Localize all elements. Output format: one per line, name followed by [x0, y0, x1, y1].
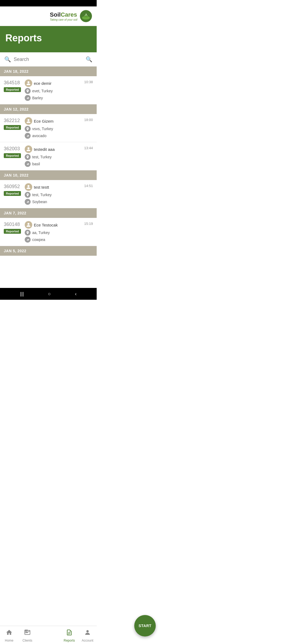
report-item[interactable]: 362003 Reported testedit aaa 13:44: [0, 142, 97, 170]
report-name-row: ece demir: [25, 79, 52, 87]
reported-badge: Reported: [4, 229, 21, 234]
location-icon: [25, 88, 31, 94]
location-row: evet, Turkey: [25, 88, 93, 94]
crop-icon: [25, 133, 31, 139]
svg-point-3: [27, 119, 29, 121]
report-top-row: Ece Testocak 15:19: [25, 221, 93, 229]
date-header: JAN 7, 2022: [0, 208, 97, 218]
report-id-col: 362003 Reported: [4, 145, 22, 158]
reported-badge: Reported: [4, 87, 21, 92]
svg-point-5: [27, 185, 29, 187]
report-details: Ece Gizem 18:00 vsvs, Turkey avocado: [25, 117, 93, 139]
user-avatar: [25, 183, 32, 191]
reported-badge: Reported: [4, 191, 21, 196]
report-item[interactable]: 360952 Reported test testt 14:51: [0, 180, 97, 208]
location-icon: [25, 154, 31, 160]
report-name-row: testedit aaa: [25, 145, 55, 153]
report-location: vsvs, Turkey: [32, 127, 53, 131]
status-bar: [0, 0, 97, 6]
reported-badge: Reported: [4, 153, 21, 158]
report-name-row: Ece Testocak: [25, 221, 58, 229]
user-avatar: [25, 79, 32, 87]
svg-point-4: [27, 147, 29, 149]
report-name: ece demir: [34, 81, 52, 86]
search-icon-right[interactable]: 🔍: [86, 56, 92, 63]
search-icon-left: 🔍: [4, 56, 11, 63]
logo-tagline: Taking care of your soil: [50, 18, 77, 21]
report-item[interactable]: 362212 Reported Ece Gizem 18:00: [0, 114, 97, 142]
user-avatar: [25, 221, 32, 229]
report-name: Ece Testocak: [34, 223, 58, 227]
report-item[interactable]: 360148 Reported Ece Testocak 15:19: [0, 218, 97, 246]
date-header: JAN 5, 2022: [0, 246, 97, 256]
report-top-row: Ece Gizem 18:00: [25, 117, 93, 125]
report-id-col: 360148 Reported: [4, 221, 22, 234]
report-id-col: 362212 Reported: [4, 117, 22, 130]
report-location: test, Turkey: [32, 193, 52, 197]
crop-row: basil: [25, 161, 93, 167]
report-crop: cowpea: [32, 237, 45, 242]
crop-row: cowpea: [25, 237, 93, 243]
report-location: aa, Turkey: [32, 230, 50, 235]
report-name: Ece Gizem: [34, 119, 53, 123]
location-row: aa, Turkey: [25, 230, 93, 236]
crop-icon: [25, 237, 31, 243]
report-crop: basil: [32, 162, 40, 166]
report-top-row: test testt 14:51: [25, 183, 93, 191]
home-button[interactable]: ○: [48, 291, 51, 297]
content-area: JAN 18, 2022 364518 Reported ece demir 1…: [0, 67, 97, 288]
crop-icon: [25, 95, 31, 101]
report-location: evet, Turkey: [32, 89, 53, 93]
report-time: 14:51: [84, 183, 93, 188]
system-nav: ||| ○ ‹: [0, 288, 97, 300]
search-bar: 🔍 🔍: [0, 52, 97, 67]
location-row: test, Turkey: [25, 192, 93, 198]
crop-row: Barley: [25, 95, 93, 101]
back-button[interactable]: ‹: [75, 291, 77, 297]
report-details: testedit aaa 13:44 test, Turkey basil: [25, 145, 93, 167]
date-header: JAN 12, 2022: [0, 104, 97, 114]
report-top-row: ece demir 10:38: [25, 79, 93, 87]
user-avatar: [25, 145, 32, 153]
report-name-row: Ece Gizem: [25, 117, 53, 125]
date-header: JAN 18, 2022: [0, 67, 97, 76]
report-location: test, Turkey: [32, 155, 52, 159]
date-header: JAN 10, 2022: [0, 170, 97, 180]
crop-icon: [25, 199, 31, 205]
report-id: 362212: [4, 118, 20, 123]
report-details: ece demir 10:38 evet, Turkey Barley: [25, 79, 93, 101]
report-top-row: testedit aaa 13:44: [25, 145, 93, 153]
location-icon: [25, 192, 31, 198]
recents-button[interactable]: |||: [20, 291, 24, 297]
report-time: 13:44: [84, 145, 93, 150]
report-id: 364518: [4, 80, 20, 86]
svg-point-2: [27, 81, 29, 83]
report-name: testedit aaa: [34, 147, 55, 152]
page-title: Reports: [5, 32, 91, 44]
report-time: 18:00: [84, 117, 93, 122]
location-row: vsvs, Turkey: [25, 126, 93, 132]
report-id: 360952: [4, 184, 20, 189]
report-id: 360148: [4, 222, 20, 227]
logo-icon: [79, 10, 92, 23]
report-item[interactable]: 364518 Reported ece demir 10:38: [0, 76, 97, 104]
user-avatar: [25, 117, 32, 125]
report-crop: Soybean: [32, 200, 47, 204]
location-icon: [25, 126, 31, 132]
location-row: test, Turkey: [25, 154, 93, 160]
report-name: test testt: [34, 185, 49, 189]
logo: SoilCares Taking care of your soil: [50, 10, 92, 23]
report-time: 10:38: [84, 79, 93, 84]
page-header: Reports: [0, 26, 97, 52]
report-time: 15:19: [84, 221, 93, 226]
report-name-row: test testt: [25, 183, 49, 191]
report-details: Ece Testocak 15:19 aa, Turkey cowpea: [25, 221, 93, 243]
reported-badge: Reported: [4, 125, 21, 130]
crop-icon: [25, 161, 31, 167]
search-input[interactable]: [14, 57, 83, 62]
report-details: test testt 14:51 test, Turkey Soybean: [25, 183, 93, 205]
report-id-col: 364518 Reported: [4, 79, 22, 92]
report-crop: Barley: [32, 96, 43, 100]
report-crop: avocado: [32, 134, 46, 138]
report-id-col: 360952 Reported: [4, 183, 22, 196]
